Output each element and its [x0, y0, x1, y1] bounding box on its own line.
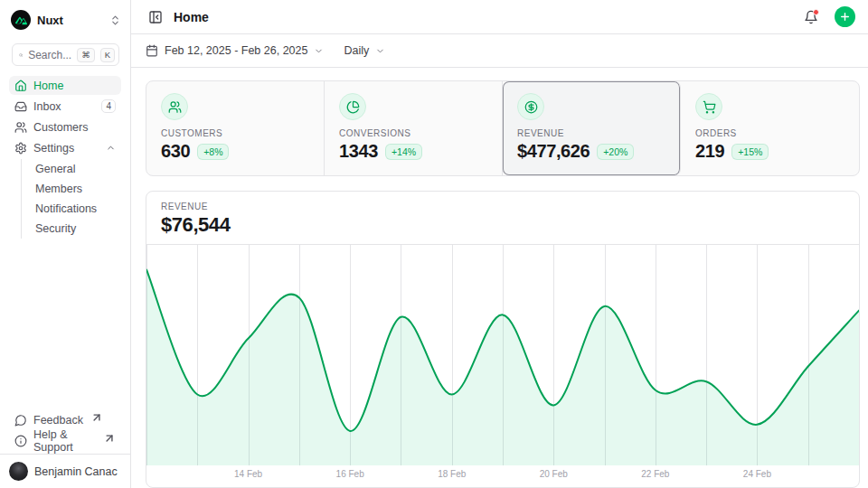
shopping-cart-icon	[703, 100, 716, 114]
delta-badge: +14%	[385, 144, 422, 160]
sidebar-spacer	[0, 239, 130, 410]
notification-dot	[813, 9, 819, 15]
users-icon	[14, 121, 27, 134]
avatar	[9, 462, 28, 481]
stat-value: 1343	[339, 141, 378, 162]
page-header: Home	[131, 0, 868, 34]
help-support-link[interactable]: Help & Support	[9, 431, 121, 450]
app-root: Nuxt Search... ⌘ K Home Inbox 4 Customer…	[0, 0, 868, 488]
content-area: CUSTOMERS 630 +8% CONVERSIONS 1343 +14%	[131, 68, 868, 488]
collapse-sidebar-button[interactable]	[146, 7, 165, 27]
delta-badge: +15%	[731, 144, 769, 160]
info-circle-icon	[14, 435, 27, 447]
stats-panel: CUSTOMERS 630 +8% CONVERSIONS 1343 +14%	[146, 80, 860, 176]
stat-value: 219	[695, 141, 724, 162]
stat-icon-circle	[161, 93, 188, 120]
page-title: Home	[174, 10, 793, 24]
sidebar-item-inbox[interactable]: Inbox 4	[9, 97, 121, 116]
sidebar-item-label: Customers	[33, 121, 116, 134]
stat-card-customers[interactable]: CUSTOMERS 630 +8%	[146, 81, 325, 175]
sidebar-item-customers[interactable]: Customers	[9, 117, 121, 136]
sidebar-item-label: Home	[33, 80, 116, 92]
sidebar-item-label: Settings	[33, 142, 99, 155]
search-placeholder: Search...	[28, 49, 71, 61]
chart-metric-value: $76,544	[161, 213, 844, 237]
stat-icon-circle	[339, 93, 366, 120]
stat-icon-circle	[517, 93, 544, 120]
user-menu[interactable]: Benjamin Canac	[0, 454, 130, 488]
x-axis-tick-label: 14 Feb	[234, 469, 262, 479]
revenue-area-chart[interactable]	[146, 244, 859, 465]
x-axis-tick-label: 16 Feb	[336, 469, 364, 479]
inbox-count-badge: 4	[101, 99, 116, 113]
stat-card-conversions[interactable]: CONVERSIONS 1343 +14%	[325, 81, 503, 175]
x-axis: 14 Feb16 Feb18 Feb20 Feb22 Feb24 Feb	[146, 465, 859, 487]
kbd-meta: ⌘	[77, 48, 95, 62]
home-icon	[14, 80, 27, 92]
gear-icon	[14, 142, 27, 155]
delta-badge: +20%	[597, 144, 634, 160]
stat-card-revenue[interactable]: REVENUE $477,626 +20%	[503, 81, 681, 175]
pie-chart-icon	[346, 100, 360, 114]
granularity-value: Daily	[344, 44, 369, 57]
date-range-value: Feb 12, 2025 - Feb 26, 2025	[165, 44, 307, 57]
main-area: Home Feb 12, 2025 - Feb 26, 2025 Daily	[131, 0, 868, 488]
settings-submenu: General Members Notifications Security	[21, 159, 130, 239]
chevron-down-icon	[314, 46, 324, 56]
sidebar-footer: Feedback Help & Support	[9, 410, 121, 450]
date-range-picker[interactable]: Feb 12, 2025 - Feb 26, 2025	[146, 44, 324, 57]
sidebar-item-members[interactable]: Members	[35, 179, 130, 199]
chat-bubble-icon	[14, 414, 27, 427]
filter-toolbar: Feb 12, 2025 - Feb 26, 2025 Daily	[131, 34, 868, 68]
search-input[interactable]: Search... ⌘ K	[12, 43, 119, 66]
sidebar-nav: Home Inbox 4 Customers Settings	[9, 76, 121, 157]
nuxt-logo-icon	[11, 10, 31, 30]
stat-value: 630	[161, 141, 190, 162]
sidebar-item-home[interactable]: Home	[9, 76, 121, 95]
dollar-circle-icon	[524, 100, 538, 114]
feedback-link[interactable]: Feedback	[9, 410, 121, 429]
sidebar-item-label: Inbox	[33, 100, 95, 113]
chart-metric-label: REVENUE	[161, 202, 844, 211]
add-button[interactable]	[835, 6, 855, 27]
calendar-icon	[146, 44, 158, 57]
granularity-select[interactable]: Daily	[344, 44, 385, 57]
inbox-icon	[14, 100, 27, 113]
stat-label: CONVERSIONS	[339, 128, 487, 138]
plus-icon	[839, 11, 851, 23]
users-icon	[168, 100, 182, 114]
feedback-label: Feedback	[33, 414, 83, 427]
x-axis-tick-label: 22 Feb	[641, 469, 669, 479]
x-axis-tick-label: 20 Feb	[540, 469, 568, 479]
sidebar: Nuxt Search... ⌘ K Home Inbox 4 Customer…	[0, 0, 131, 488]
external-link-icon	[90, 411, 103, 424]
chart-header: REVENUE $76,544	[146, 192, 859, 244]
stat-card-orders[interactable]: ORDERS 219 +15%	[681, 81, 859, 175]
kbd-k: K	[100, 48, 115, 62]
chevron-down-icon	[375, 46, 385, 56]
stat-icon-circle	[695, 93, 722, 120]
stat-label: CUSTOMERS	[161, 128, 309, 138]
delta-badge: +8%	[197, 144, 229, 160]
workspace-switcher[interactable]: Nuxt	[11, 7, 121, 33]
stat-label: REVENUE	[517, 128, 665, 138]
stat-label: ORDERS	[695, 128, 844, 138]
help-support-label: Help & Support	[33, 428, 96, 454]
chart-area	[146, 244, 859, 465]
chevrons-up-down-icon	[109, 14, 121, 26]
chevron-up-icon	[106, 143, 116, 153]
sidebar-item-notifications[interactable]: Notifications	[35, 199, 130, 219]
x-axis-tick-label: 24 Feb	[743, 469, 771, 479]
user-name: Benjamin Canac	[34, 465, 118, 478]
sidebar-item-settings[interactable]: Settings	[9, 138, 121, 157]
external-link-icon	[103, 432, 116, 445]
workspace-name: Nuxt	[37, 14, 103, 27]
search-icon	[19, 50, 23, 61]
sidebar-item-security[interactable]: Security	[35, 219, 130, 239]
revenue-chart-card: REVENUE $76,544 14 Feb16 Feb18 Feb20 Feb…	[146, 191, 860, 488]
stat-value: $477,626	[517, 141, 590, 162]
sidebar-item-general[interactable]: General	[35, 159, 130, 179]
notifications-button[interactable]	[801, 7, 821, 27]
x-axis-tick-label: 18 Feb	[438, 469, 466, 479]
panel-left-close-icon	[148, 10, 163, 24]
